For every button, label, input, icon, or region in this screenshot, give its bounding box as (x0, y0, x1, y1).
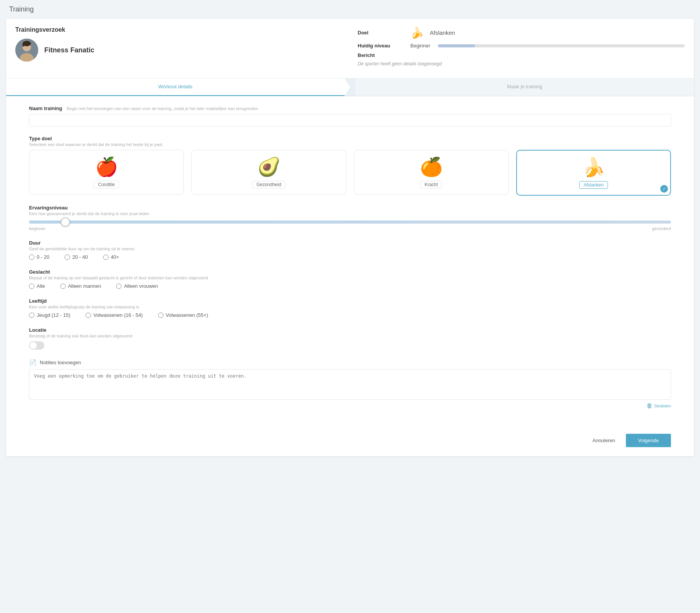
geslacht-label: Geslacht (29, 269, 671, 275)
tab-workout-details[interactable]: Workout details (6, 78, 345, 96)
trash-icon[interactable]: 🗑 (647, 402, 653, 409)
ervaring-label: Ervaringsniveau (29, 205, 671, 211)
doel-kracht-label: Kracht (420, 181, 442, 188)
geslacht-group: Geslacht Bepaal of de training op een be… (29, 269, 671, 289)
footer-buttons: Annuleren Volgende (6, 428, 694, 456)
niveau-value: Beginner (410, 43, 430, 49)
niveau-label: Huidig niveau (358, 43, 407, 49)
doel-afslanken-label: Afslanken (579, 181, 608, 189)
notes-icon: 📄 (29, 359, 37, 366)
doel-value: Afslanken (430, 29, 455, 36)
doel-gezondheid-label: Gezondheid (252, 181, 285, 188)
type-hint: Selecteer een doel waarvan je denkt dat … (29, 142, 671, 147)
niveau-bar (438, 44, 685, 47)
doel-card-gezondheid[interactable]: 🥑 Gezondheid (191, 150, 346, 195)
ervaring-hint: Kies hoe geavanceerd je denkt dat de tra… (29, 211, 671, 216)
duur-group: Duur Geef de gemiddelde duur op om de tr… (29, 240, 671, 260)
duur-20-40[interactable]: 20 - 40 (65, 254, 88, 260)
geslacht-vrouwen[interactable]: Alleen vrouwen (116, 283, 158, 289)
naam-group: Naam training Begin met het toevoegen va… (29, 105, 671, 126)
check-badge: ✓ (660, 185, 668, 193)
bericht-label: Bericht (358, 52, 407, 58)
naam-input[interactable] (29, 114, 671, 126)
doel-conditie-label: Conditie (94, 181, 119, 188)
tab-maak-training[interactable]: Maak je training (355, 78, 694, 96)
doel-card-conditie[interactable]: 🍎 Conditie (29, 150, 184, 195)
svg-rect-5 (23, 44, 24, 47)
slider-min-label: beginner (29, 226, 45, 231)
slider-max-label: gevorderd (652, 226, 671, 231)
naam-label: Naam training (29, 105, 62, 111)
geslacht-mannen[interactable]: Alleen mannen (60, 283, 101, 289)
leeftijd-label: Leeftijd (29, 298, 671, 304)
next-button[interactable]: Volgende (626, 434, 671, 447)
type-label: Type doel (29, 136, 671, 141)
section-title: Trainingsverzoek (15, 26, 342, 33)
naam-hint: Begin met het toevoegen van een naam voo… (67, 106, 258, 111)
leeftijd-jeugd[interactable]: Jeugd (12 - 15) (29, 312, 70, 318)
leeftijd-senioren[interactable]: Volwassenen (55+) (158, 312, 208, 318)
locatie-group: Locatie Bevestig of de training ook thui… (29, 327, 671, 350)
duur-0-20[interactable]: 0 - 20 (29, 254, 49, 260)
leeftijd-volwassenen[interactable]: Volwassenen (16 - 54) (86, 312, 143, 318)
bericht-value: De sporter heeft geen details toegevoegd (358, 61, 442, 66)
duur-hint: Geef de gemiddelde duur op om de trainin… (29, 246, 671, 251)
cancel-button[interactable]: Annuleren (586, 435, 621, 446)
ervaring-group: Ervaringsniveau Kies hoe geavanceerd je … (29, 205, 671, 231)
duur-label: Duur (29, 240, 671, 246)
locatie-hint: Bevestig of de training ook thuis kan wo… (29, 334, 671, 338)
tab-bar: Workout details Maak je training (6, 78, 694, 96)
locatie-toggle[interactable] (29, 341, 44, 350)
duur-40plus[interactable]: 40+ (103, 254, 119, 260)
page-title: Training (0, 0, 700, 19)
profile-name: Fitness Fanatic (44, 46, 94, 54)
geslacht-alle[interactable]: Alle (29, 283, 45, 289)
doel-label: Doel (358, 30, 407, 36)
doel-card-afslanken[interactable]: 🍌 Afslanken ✓ (516, 150, 671, 196)
notities-textarea[interactable] (29, 369, 671, 400)
notities-group: 📄 Notities toevoegen 🗑 Gesloten (29, 359, 671, 409)
gesloten-label: Gesloten (654, 404, 671, 408)
doel-card-kracht[interactable]: 🍊 Kracht (354, 150, 509, 195)
avatar (15, 39, 38, 62)
leeftijd-group: Leeftijd Kies voor welke leeftijdsgroep … (29, 298, 671, 318)
leeftijd-hint: Kies voor welke leeftijdsgroep de traini… (29, 305, 671, 309)
geslacht-hint: Bepaal of de training op een bepaald ges… (29, 276, 671, 280)
notities-label: Notities toevoegen (40, 360, 81, 365)
type-doel-group: Type doel Selecteer een doel waarvan je … (29, 136, 671, 196)
ervaring-slider[interactable] (29, 221, 671, 224)
locatie-label: Locatie (29, 327, 671, 333)
banana-emoji: 🍌 (410, 26, 424, 39)
